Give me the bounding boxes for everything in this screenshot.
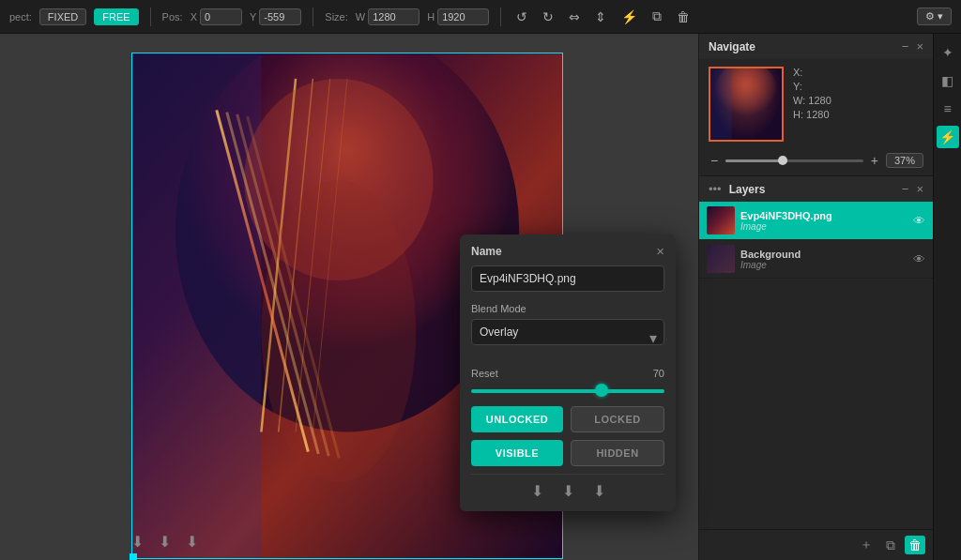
navigate-thumbnail[interactable] [709, 67, 784, 142]
navigate-close-btn[interactable]: × [916, 39, 923, 53]
free-btn[interactable]: FREE [94, 8, 138, 25]
w-input[interactable] [368, 8, 419, 25]
delete-btn[interactable]: 🗑 [673, 8, 694, 26]
layer-item-1[interactable]: Background Image 👁 [699, 240, 933, 279]
y-label: Y [250, 11, 256, 23]
blend-mode-select[interactable]: Overlay Normal Multiply Screen Darken Li… [471, 319, 664, 345]
zoom-minus-btn[interactable]: − [709, 153, 720, 168]
flip-v-btn[interactable]: ⇕ [591, 8, 610, 26]
navigate-x: X: [793, 67, 923, 78]
layers-delete-btn[interactable]: 🗑 [905, 536, 925, 554]
popup-body: Blend Mode Overlay Normal Multiply Scree… [460, 265, 676, 511]
layer-type-1: Image [740, 260, 908, 270]
flip-h-btn[interactable]: ⇔ [565, 8, 584, 26]
pos-y-group: Y [250, 8, 301, 25]
svg-point-8 [261, 180, 416, 483]
zoom-slider-thumb[interactable] [778, 156, 787, 165]
popup-align-top-icon[interactable]: ⬇ [593, 482, 605, 500]
h-label: H [427, 11, 435, 23]
divider-2 [313, 8, 313, 26]
undo-btn[interactable]: ↺ [512, 8, 531, 26]
h-input[interactable] [437, 8, 489, 25]
canvas-bottom-icons: ⬇ ⬇ ⬇ [131, 533, 198, 551]
y-input[interactable] [259, 8, 301, 25]
pos-x-group: X [191, 8, 242, 25]
fixed-btn[interactable]: FIXED [39, 8, 86, 25]
zoom-plus-btn[interactable]: + [869, 153, 880, 168]
popup-align-middle-icon[interactable]: ⬇ [562, 482, 574, 500]
navigate-content: X: Y: W: 1280 H: 1280 [699, 59, 933, 149]
layers-duplicate-btn[interactable]: ⧉ [882, 536, 899, 555]
navigate-title: Navigate [709, 40, 755, 53]
reset-slider[interactable] [471, 389, 664, 393]
zoom-slider-fill [725, 159, 781, 162]
navigate-h: H: 1280 [793, 109, 923, 120]
size-label: Size: [325, 11, 347, 23]
layers-header-btns: − × [902, 182, 923, 196]
layers-minimize-btn[interactable]: − [902, 182, 909, 196]
layer-type-0: Image [740, 221, 908, 232]
visible-btn[interactable]: VISIBLE [471, 440, 563, 466]
popup-align-bottom-icon[interactable]: ⬇ [531, 482, 543, 500]
navigate-panel: Navigate − × [699, 34, 933, 176]
settings-btn[interactable]: ⚙ ▾ [917, 8, 952, 25]
blend-mode-label: Blend Mode [471, 303, 664, 314]
svg-rect-2 [132, 53, 261, 558]
layer-name-input[interactable] [471, 265, 664, 292]
blend-mode-select-wrap: Overlay Normal Multiply Screen Darken Li… [471, 319, 664, 356]
layers-header: ••• Layers − × [699, 176, 933, 202]
layers-menu-btn[interactable]: ••• [709, 182, 722, 196]
lightning-icon-btn[interactable]: ⚡ [937, 126, 959, 148]
reset-label: Reset [471, 368, 498, 379]
stack-icon-btn[interactable]: ≡ [937, 98, 959, 120]
layer-properties-popup: Name × Blend Mode Overlay Normal Multipl… [460, 235, 676, 511]
canvas-resize-handle[interactable] [130, 553, 137, 560]
layer-name-0: Evp4iNF3DHQ.png [740, 210, 908, 221]
toolbar: pect: FIXED FREE Pos: X Y Size: W H ↺ ↻ … [0, 0, 961, 34]
layers-add-btn[interactable]: ＋ [856, 535, 877, 555]
hidden-btn[interactable]: HIDDEN [571, 440, 664, 466]
popup-bottom-icons: ⬇ ⬇ ⬇ [471, 474, 664, 500]
icon-bar: ✦ ◧ ≡ ⚡ [933, 34, 961, 560]
visibility-btn-row: VISIBLE HIDDEN [471, 440, 664, 466]
layer-name-1: Background [740, 249, 908, 260]
redo-btn[interactable]: ↻ [539, 8, 557, 26]
layer-visibility-1[interactable]: 👁 [913, 252, 925, 266]
layer-visibility-0[interactable]: 👁 [913, 214, 925, 228]
popup-close-btn[interactable]: × [656, 244, 664, 258]
align-middle-icon[interactable]: ⬇ [159, 533, 171, 551]
navigate-w: W: 1280 [793, 95, 923, 106]
nav-icon-btn[interactable]: ✦ [937, 41, 959, 64]
navigate-info: X: Y: W: 1280 H: 1280 [793, 67, 923, 123]
navigate-y: Y: [793, 81, 923, 92]
layer-info-1: Background Image [740, 249, 908, 270]
align-top-icon[interactable]: ⬇ [186, 533, 198, 551]
layer-info-0: Evp4iNF3DHQ.png Image [740, 210, 908, 232]
svg-point-10 [714, 68, 778, 126]
layers-close-btn[interactable]: × [916, 182, 923, 196]
layers-icon-btn[interactable]: ◧ [937, 69, 959, 92]
copy-btn[interactable]: ⧉ [648, 7, 665, 26]
zoom-value: 37% [886, 153, 923, 168]
svg-rect-9 [710, 68, 782, 140]
reset-slider-thumb[interactable] [595, 384, 608, 397]
size-h-group: H [427, 8, 489, 25]
layers-title: Layers [729, 183, 766, 196]
zoom-slider[interactable] [725, 159, 863, 162]
unlocked-btn[interactable]: UNLOCKED [471, 406, 563, 432]
right-sidebar: Navigate − × [698, 34, 933, 560]
layers-list: Evp4iNF3DHQ.png Image 👁 Background Image… [699, 202, 933, 529]
navigate-header-btns: − × [902, 39, 923, 53]
divider-1 [150, 8, 151, 26]
lightning-btn[interactable]: ⚡ [618, 8, 641, 26]
layers-footer: ＋ ⧉ 🗑 [699, 529, 933, 560]
layer-thumb-img-1 [707, 245, 735, 273]
reset-value: 70 [653, 368, 664, 379]
x-input[interactable] [200, 8, 242, 25]
layer-item-0[interactable]: Evp4iNF3DHQ.png Image 👁 [699, 202, 933, 240]
navigate-minimize-btn[interactable]: − [902, 39, 909, 53]
aspect-label: pect: [9, 11, 32, 23]
locked-btn[interactable]: LOCKED [571, 406, 664, 432]
layers-panel: ••• Layers − × Evp4iNF3DHQ.png Image [699, 176, 933, 560]
align-bottom-icon[interactable]: ⬇ [131, 533, 144, 551]
